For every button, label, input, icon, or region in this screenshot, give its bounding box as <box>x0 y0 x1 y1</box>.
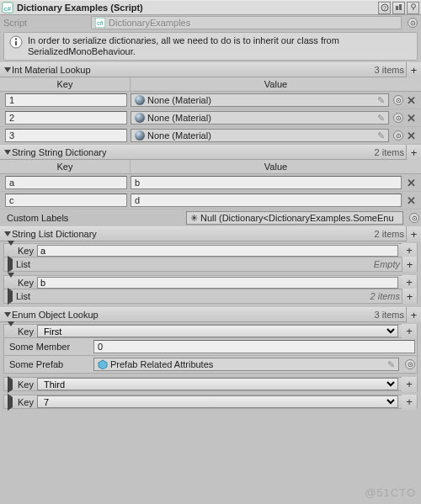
material-field[interactable]: None (Material) ✎ <box>131 129 389 142</box>
key-input[interactable]: a <box>5 176 127 189</box>
foldout-icon <box>8 291 13 301</box>
key-input[interactable] <box>37 277 398 289</box>
object-picker-icon[interactable]: ⊙ <box>393 113 403 123</box>
key-input[interactable]: 1 <box>5 93 127 107</box>
material-value: None (Material) <box>147 95 211 105</box>
material-field[interactable]: None (Material) ✎ <box>131 93 389 107</box>
add-button[interactable]: + <box>402 257 417 272</box>
item-count: 2 items <box>375 229 404 239</box>
script-field[interactable]: c# DictionaryExamples <box>91 16 402 29</box>
section-title: Int Material Lookup <box>12 65 375 75</box>
key-input[interactable]: 2 <box>5 111 127 125</box>
remove-button[interactable]: ✕ <box>403 177 419 189</box>
script-label: Script <box>3 18 88 28</box>
value-column-label: Value <box>131 160 421 173</box>
value-input[interactable]: b <box>131 176 402 189</box>
some-member-row: Some Member 0 <box>3 338 418 356</box>
inspector-panel: c# Dictionary Examples (Script) ? Script… <box>0 0 421 409</box>
table-row: 2 None (Material) ✎ ⊙ ✕ <box>0 109 421 127</box>
object-picker-icon[interactable]: ⊙ <box>405 359 415 369</box>
help-button[interactable]: ? <box>378 2 391 14</box>
remove-button[interactable]: ✕ <box>403 130 419 142</box>
table-row: 1 None (Material) ✎ ⊙ ✕ <box>0 92 421 109</box>
entry-key-row[interactable]: Key + <box>3 243 418 257</box>
value-column-label: Value <box>131 77 421 91</box>
svg-rect-12 <box>15 41 17 45</box>
enum-key-select[interactable]: First <box>37 325 398 337</box>
key-input[interactable]: 3 <box>5 129 127 142</box>
enum-key-row[interactable]: Key 7 + <box>3 395 418 409</box>
remove-button[interactable]: ✕ <box>403 94 419 107</box>
list-type-label: List <box>16 291 370 301</box>
enum-key-row[interactable]: Key First + <box>3 324 418 338</box>
add-button[interactable]: + <box>402 275 417 290</box>
add-button[interactable]: + <box>402 289 417 304</box>
info-box: In order to serialize dictionaries, all … <box>3 32 418 61</box>
object-picker-icon[interactable]: ⊙ <box>393 130 403 141</box>
context-menu-button[interactable] <box>407 2 419 14</box>
pencil-icon: ✎ <box>377 113 385 124</box>
svg-rect-4 <box>396 6 398 10</box>
preset-button[interactable] <box>392 2 405 14</box>
remove-button[interactable]: ✕ <box>403 194 419 207</box>
table-row: c d ✕ <box>0 192 421 210</box>
add-button[interactable]: + <box>402 324 417 339</box>
component-titlebar[interactable]: c# Dictionary Examples (Script) ? <box>0 0 421 15</box>
list-entry: Key + List 2 items + <box>3 275 418 304</box>
svg-rect-7 <box>413 8 413 10</box>
key-input[interactable]: c <box>5 194 127 207</box>
add-button[interactable]: + <box>406 226 421 241</box>
material-icon <box>135 113 145 123</box>
add-button[interactable]: + <box>402 377 417 392</box>
enum-key-select[interactable]: Third <box>37 378 398 390</box>
value-input[interactable]: d <box>131 194 402 207</box>
object-picker-icon[interactable]: ⊙ <box>409 213 419 223</box>
svg-text:?: ? <box>383 5 386 11</box>
enum-object-header[interactable]: Enum Object Lookup 3 items + <box>0 307 421 322</box>
key-input[interactable] <box>37 245 398 257</box>
add-button[interactable]: + <box>406 145 421 160</box>
list-summary-row[interactable]: List Empty + <box>3 257 418 272</box>
info-text: In order to serialize dictionaries, all … <box>28 35 412 57</box>
custom-labels-field[interactable]: ✳ Null (Dictionary<DictionaryExamples.So… <box>186 211 403 225</box>
object-picker-icon[interactable]: ⊙ <box>393 95 403 105</box>
int-material-header[interactable]: Int Material Lookup 3 items + <box>0 62 421 77</box>
prefab-icon <box>98 359 108 369</box>
some-prefab-field[interactable]: Prefab Related Attributes ✎ <box>93 358 399 371</box>
material-field[interactable]: None (Material) ✎ <box>131 111 389 125</box>
list-summary-row[interactable]: List 2 items + <box>3 289 418 304</box>
foldout-icon <box>8 326 16 337</box>
add-button[interactable]: + <box>402 243 417 258</box>
svg-text:c#: c# <box>4 5 12 13</box>
pencil-icon: ✎ <box>377 95 385 106</box>
remove-button[interactable]: ✕ <box>403 112 419 125</box>
enum-entry-collapsed: Key 7 + <box>3 395 418 409</box>
entry-key-row[interactable]: Key + <box>3 275 418 289</box>
some-member-input[interactable]: 0 <box>93 340 415 353</box>
custom-labels-row: Custom Labels ✳ Null (Dictionary<Diction… <box>0 210 421 226</box>
svg-rect-5 <box>399 4 402 10</box>
table-row: a b ✕ <box>0 174 421 192</box>
some-member-label: Some Member <box>6 342 90 352</box>
key-label: Key <box>18 246 34 256</box>
section-title: Enum Object Lookup <box>12 310 375 320</box>
some-prefab-row: Some Prefab Prefab Related Attributes ✎ … <box>3 356 418 374</box>
object-picker-icon[interactable]: ⊙ <box>408 18 418 28</box>
kv-column-header: Key Value <box>0 160 421 174</box>
string-string-header[interactable]: String String Dictionary 2 items + <box>0 145 421 160</box>
key-label: Key <box>18 379 34 390</box>
string-list-header[interactable]: String List Dictionary 2 items + <box>0 226 421 241</box>
enum-key-select[interactable]: 7 <box>37 395 398 408</box>
enum-entry-first: Key First + Some Member 0 Some Prefab Pr… <box>3 324 418 374</box>
foldout-icon <box>8 379 16 390</box>
add-button[interactable]: + <box>406 307 421 322</box>
foldout-icon <box>8 259 13 269</box>
enum-key-row[interactable]: Key Third + <box>3 377 418 391</box>
key-label: Key <box>18 397 34 407</box>
foldout-icon <box>3 312 12 317</box>
add-button[interactable]: + <box>402 395 417 410</box>
script-row: Script c# DictionaryExamples ⊙ <box>0 15 421 30</box>
info-icon <box>9 35 23 49</box>
pencil-icon: ✎ <box>387 359 395 370</box>
add-button[interactable]: + <box>406 62 421 77</box>
